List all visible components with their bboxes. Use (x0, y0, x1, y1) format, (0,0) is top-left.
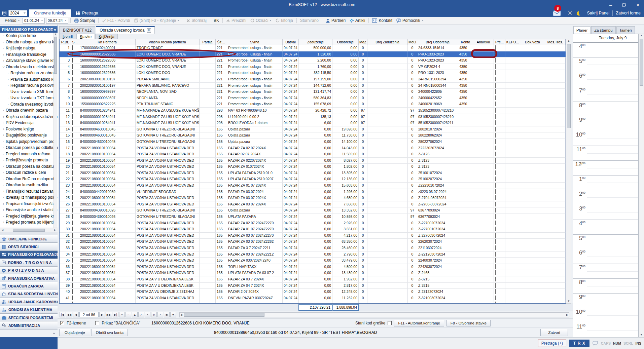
row-checkbox-cell[interactable] (494, 195, 505, 201)
tree-item-pregled-knji-enja-glavne-knji[interactable]: ·Pregled knjiženja glavne knji (0, 213, 58, 220)
row-checkbox[interactable] (495, 120, 496, 125)
column-header-mdz[interactable]: MdZ (359, 39, 367, 45)
row-checkbox[interactable] (495, 214, 496, 219)
row-checkbox-cell[interactable] (71, 251, 79, 258)
table-row[interactable]: 26200221080010100054POSTA ZA VOJNA USTAN… (60, 201, 566, 208)
row-checkbox[interactable] (72, 77, 73, 81)
table-row[interactable]: 16840000004630010045GOTOVINA U TREZORU-B… (60, 139, 566, 145)
row-checkbox-cell[interactable] (71, 126, 79, 132)
row-checkbox-cell[interactable] (71, 158, 79, 164)
toolbar-button-kontakt[interactable]: Kontakt (370, 17, 394, 24)
table-row[interactable]: 8160000000000969397NEOPLANTA, NOVI SAD22… (60, 89, 566, 95)
light-theme-icon[interactable] (567, 10, 573, 16)
sidebar-expander[interactable]: » (0, 329, 58, 337)
row-checkbox[interactable] (495, 245, 496, 250)
delete-record-icon[interactable]: − (126, 312, 131, 317)
row-checkbox[interactable] (495, 58, 496, 63)
tree-item-pregled-prometa-po-klijentim[interactable]: ›Pregled prometa po klijentim (0, 219, 58, 226)
row-checkbox-cell[interactable] (71, 220, 79, 226)
row-checkbox[interactable] (495, 83, 496, 88)
row-checkbox-cell[interactable] (494, 64, 505, 70)
expand-arrow-icon[interactable]: › (1, 127, 6, 131)
row-checkbox[interactable] (72, 283, 73, 288)
row-checkbox[interactable] (495, 202, 496, 206)
row-checkbox[interactable] (495, 233, 496, 238)
row-checkbox-cell[interactable] (494, 164, 505, 170)
table-row[interactable]: 41200221080010100054POSTA ZA VOJNA USTAN… (60, 295, 566, 302)
row-checkbox-cell[interactable] (494, 176, 505, 182)
row-checkbox-cell[interactable] (494, 170, 505, 176)
date-input[interactable]: 09.07.24 (46, 18, 68, 24)
refresh-icon[interactable]: ↻ (151, 312, 157, 317)
row-checkbox-cell[interactable] (71, 195, 79, 201)
tree-item-zatvaranje-stavki-glavne-knji[interactable]: ›Zatvaranje stavki glavne knji (0, 57, 58, 64)
row-checkbox-cell[interactable] (71, 120, 79, 126)
tree-item-blagajni-ko-poslovanje[interactable]: ›Blagajničko poslovanje (0, 132, 58, 139)
sidebar-section-upravljanje-kadrovima[interactable]: UPRAVLJANJE KADROVIMA (0, 298, 58, 306)
tree-item-obrada-dnevnih-pazara[interactable]: ·Obrada dnevnih pazara (0, 107, 58, 114)
tree-item-knji-na-odobrenja-zadu-enja[interactable]: ›Knjižna odobrenja/zaduženja (0, 114, 58, 120)
table-row[interactable]: 2160000000012622686LOKI KOMERC DOO, VRAN… (60, 51, 566, 58)
row-checkbox[interactable] (72, 83, 73, 88)
edit-record-icon[interactable]: ▲ (132, 312, 138, 317)
row-checkbox-cell[interactable] (71, 76, 79, 82)
doc-tab-biznisoft-v12[interactable]: BIZNISOFT v12 (59, 26, 95, 34)
row-checkbox-cell[interactable] (494, 226, 505, 232)
ribbon-tab-pretraga[interactable]: Pretraga (71, 9, 103, 17)
tree-item-registar-ra-una-poslovnih[interactable]: ·Registar računa poslovnih (0, 82, 58, 89)
sidebar-section-finansijska-operativa[interactable]: FINANSIJSKA OPERATIVA (0, 274, 58, 282)
row-checkbox-cell[interactable] (71, 89, 79, 95)
column-header--if-[interactable]: Šif.... (216, 39, 227, 45)
row-checkbox[interactable] (72, 164, 73, 169)
next-record-icon[interactable]: ▶ (99, 312, 105, 317)
row-checkbox-cell[interactable] (494, 220, 505, 226)
planner-slot[interactable] (587, 190, 638, 205)
table-row[interactable]: 36200221080010100054POSTA ZA VOJNA USTAN… (60, 264, 566, 270)
row-checkbox[interactable] (72, 120, 73, 125)
row-checkbox[interactable] (495, 283, 496, 288)
column-header-broj-odobrenja[interactable]: Broj Odobrenja (417, 39, 458, 45)
planner-slot[interactable] (587, 116, 638, 131)
expand-arrow-icon[interactable]: › (1, 207, 6, 212)
planner-slot[interactable] (587, 294, 638, 308)
row-checkbox-cell[interactable] (494, 126, 505, 132)
sidebar-section-stalna-sredstva-i-inventar[interactable]: STALNA SREDSTVA I INVENTAR (0, 290, 58, 298)
column-header-rn-partnera[interactable]: Rn Partnera (79, 39, 136, 45)
close-tab-icon[interactable]: ✕ (147, 28, 151, 33)
filter-icon[interactable]: ▼ (170, 312, 176, 317)
table-row[interactable]: 31200221080010100054POSTA ZA VOJNA USTAN… (60, 233, 566, 239)
row-checkbox[interactable] (72, 64, 73, 69)
row-checkbox-cell[interactable] (494, 57, 505, 64)
row-checkbox-cell[interactable] (71, 70, 79, 76)
sub-tab-knjiženja[interactable]: Knjiženja (95, 34, 118, 39)
tree-item-obra-un-ruc-na-maloprodaj[interactable]: ·Obračun RuC na maloprodaj (0, 176, 58, 182)
planner-slot[interactable] (587, 87, 638, 102)
row-checkbox[interactable] (72, 270, 73, 275)
tree-item-pregled-avansnih-ra-una[interactable]: ·Pregled avansnih računa (0, 151, 58, 157)
toolbar-button--tampaj[interactable]: Štampaj (72, 17, 97, 24)
table-row[interactable] (60, 301, 566, 304)
row-checkbox[interactable] (495, 45, 496, 50)
row-checkbox-cell[interactable] (494, 114, 505, 120)
row-checkbox-cell[interactable] (71, 83, 79, 89)
row-checkbox[interactable] (495, 189, 496, 194)
row-checkbox[interactable] (72, 158, 73, 163)
tree-item-pravila-za-automatsko-ko[interactable]: ·Pravila za automatsko ko (0, 76, 58, 83)
row-checkbox[interactable] (495, 164, 496, 169)
planner-slot[interactable] (587, 249, 638, 264)
row-checkbox-cell[interactable] (494, 289, 505, 295)
row-checkbox[interactable] (495, 102, 496, 106)
row-checkbox[interactable] (495, 95, 496, 100)
column-header-svrha[interactable]: Svrha (227, 39, 283, 45)
planner-slot[interactable] (587, 43, 638, 57)
row-checkbox[interactable] (495, 277, 496, 281)
close-forms-button[interactable]: Zatvori forme (616, 11, 641, 15)
table-row[interactable]: 7200230830010100197PEKARA SMILJANIC, PAN… (60, 83, 566, 89)
row-checkbox-cell[interactable] (494, 132, 505, 139)
row-checkbox-cell[interactable] (71, 295, 79, 301)
tree-item-uvoz-izvoda-u-txt-forma[interactable]: ·Uvoz izvoda u TXT forma (0, 95, 58, 101)
tree-scrollbar[interactable]: ▲ (53, 33, 57, 228)
row-checkbox[interactable] (495, 152, 496, 156)
row-checkbox-cell[interactable] (494, 70, 505, 76)
insert-record-icon[interactable]: + (119, 312, 125, 317)
